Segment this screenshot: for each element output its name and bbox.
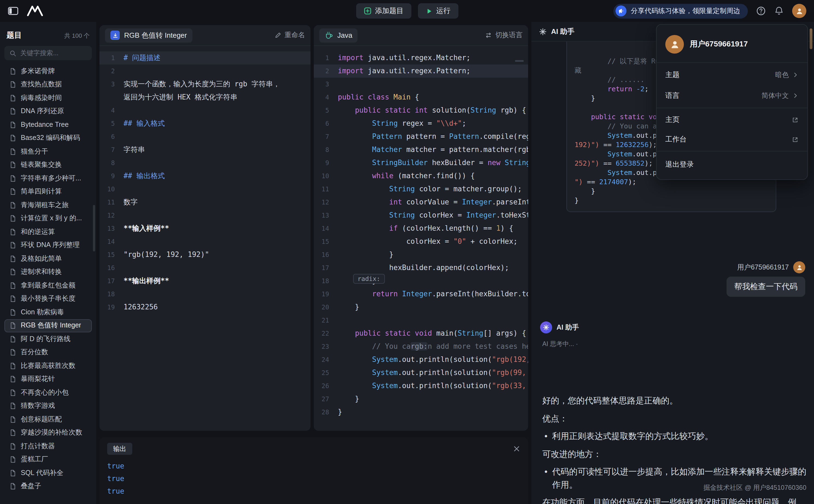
output-tab[interactable]: 输出 [107, 443, 132, 455]
sidebar-item[interactable]: 拿到最多红包金额 [4, 279, 92, 292]
sidebar-item[interactable]: 比赛最高获胜次数 [4, 359, 92, 373]
user-avatar-button[interactable] [792, 4, 806, 18]
person-icon [669, 39, 680, 49]
sidebar-scrollbar[interactable] [93, 205, 95, 251]
sidebar-item[interactable]: 叠盘子 [4, 480, 92, 493]
sidebar-item[interactable]: RGB 色值转 Integer [4, 319, 92, 332]
ai-response-paragraph: 在功能方面，目前的代码在处理一些特殊情况时可能会出现问题。例如，如果输入的字符串… [542, 496, 806, 504]
sidebar-item[interactable]: 穿越沙漠的补给次数 [4, 426, 92, 439]
code-line: 7 Pattern pattern = Pattern.compile(rege… [314, 130, 528, 143]
markdown-line: 8 [99, 156, 311, 169]
code-content[interactable]: 1import java.util.regex.Matcher;2import … [314, 46, 528, 424]
document-icon [9, 108, 16, 115]
output-line: true [107, 472, 520, 485]
code-line: 20 } [314, 301, 528, 314]
document-icon [9, 162, 16, 169]
editor-scrollbar[interactable] [515, 60, 524, 62]
switch-language-button[interactable]: 切换语言 [485, 31, 523, 40]
markdown-line: 17**输出样例** [99, 274, 311, 288]
panel-toggle-icon [8, 6, 19, 16]
sidebar-item[interactable]: 进制求和转换 [4, 265, 92, 279]
document-icon [9, 175, 16, 182]
sidebar-item[interactable]: 计算位置 x 到 y 的... [4, 212, 92, 225]
menu-item-home[interactable]: 主页 [657, 110, 807, 130]
sidebar-item[interactable]: 病毒感染时间 [4, 91, 92, 105]
document-icon [9, 68, 16, 75]
sidebar-item[interactable]: 打点计数器 [4, 439, 92, 453]
document-icon [9, 202, 16, 209]
sidebar-item[interactable]: 蛋糕工厂 [4, 453, 92, 466]
sidebar-item-label: 简单四则计算 [21, 187, 62, 197]
code-line: 12 int colorValue = Integer.parseInt(col… [314, 196, 528, 209]
sidebar-item[interactable]: 和的逆运算 [4, 225, 92, 239]
close-output-icon[interactable] [513, 445, 520, 453]
sidebar-item[interactable]: 简单四则计算 [4, 185, 92, 198]
markdown-line: 14 [99, 235, 311, 248]
search-box[interactable] [4, 46, 92, 60]
sidebar-title: 题目 [7, 31, 22, 40]
sidebar-item[interactable]: 阿 D 的飞行路线 [4, 332, 92, 346]
code-line: 18 } [314, 274, 528, 288]
topbar-right: 分享代码练习体验，领限量定制周边 [613, 4, 806, 18]
chat-user-row: 用户6759661917 [737, 261, 805, 273]
code-line: 1import java.util.regex.Matcher; [314, 51, 528, 65]
problem-title-pill: RGB 色值转 Integer [105, 28, 192, 42]
promo-banner[interactable]: 分享代码练习体验，领限量定制周边 [613, 4, 748, 18]
document-icon [9, 228, 16, 236]
sidebar-item[interactable]: 环状 DNA 序列整理 [4, 239, 92, 252]
ai-scrollbar[interactable] [810, 28, 812, 49]
sidebar-item-label: 阿 D 的飞行路线 [21, 335, 71, 344]
sidebar-item[interactable]: 大数和距离 [4, 493, 92, 495]
sidebar-item[interactable]: 链表聚集交换 [4, 158, 92, 172]
sidebar-item[interactable]: 青海湖租车之旅 [4, 198, 92, 212]
divider [657, 108, 807, 108]
menu-item-language[interactable]: 语言 简体中文 [657, 85, 807, 106]
sidebar-item[interactable]: DNA 序列还原 [4, 105, 92, 118]
promo-banner-text: 分享代码练习体验，领限量定制周边 [631, 6, 740, 16]
menu-item-theme[interactable]: 主题 暗色 [657, 65, 807, 85]
help-icon[interactable] [756, 6, 766, 16]
run-button[interactable]: 运行 [418, 3, 458, 19]
ai-response-paragraph: 好的，您的代码整体思路是正确的。 [542, 394, 806, 407]
sidebar-item[interactable]: 不再贪心的小包 [4, 386, 92, 399]
document-icon [9, 429, 16, 436]
java-icon [325, 31, 333, 39]
sidebar-item[interactable]: Bytedance Tree [4, 118, 92, 131]
sidebar-item-label: 及格如此简单 [21, 254, 62, 263]
menu-item-logout[interactable]: 退出登录 [657, 153, 807, 176]
menu-user-name: 用户6759661917 [690, 39, 748, 49]
add-square-icon [364, 7, 371, 15]
document-icon [9, 322, 16, 329]
code-line: 15 colorHex = "0" + colorHex; [314, 235, 528, 248]
search-input[interactable] [20, 49, 87, 57]
sidebar-item[interactable]: 字符串有多少种可... [4, 172, 92, 185]
bullet-dot: • [544, 430, 547, 443]
document-icon [9, 362, 16, 370]
sidebar-item[interactable]: 及格如此简单 [4, 252, 92, 265]
markdown-line: 4 [99, 104, 311, 117]
document-icon [9, 242, 16, 249]
sidebar-item[interactable]: 暴雨梨花针 [4, 373, 92, 386]
code-line: 27 } [314, 392, 528, 406]
sidebar-item[interactable]: 百分位数 [4, 346, 92, 359]
sidebar-item[interactable]: 猫鱼分干 [4, 145, 92, 158]
sidebar-item[interactable]: Cion 勒索病毒 [4, 306, 92, 319]
markdown-line: 18 [99, 288, 311, 301]
sidebar-item[interactable]: SQL 代码补全 [4, 466, 92, 480]
sidebar-item[interactable]: 创意标题匹配 [4, 413, 92, 426]
problem-panel: RGB 色值转 Integer 重命名 1# 问题描述23实现一个函数，输入为长… [99, 25, 311, 431]
problem-content[interactable]: 1# 问题描述23实现一个函数，输入为长度为三的 rgb 字符串，返回为十六进制… [99, 46, 311, 319]
markdown-line: 2 [99, 65, 311, 78]
user-message: 帮我检查一下代码 [727, 277, 805, 297]
sidebar-item[interactable]: Base32 编码和解码 [4, 131, 92, 145]
menu-item-workbench[interactable]: 工作台 [657, 130, 807, 149]
sidebar-item[interactable]: 最小替换子串长度 [4, 292, 92, 306]
rename-button[interactable]: 重命名 [274, 31, 305, 40]
sidebar-toggle-button[interactable] [8, 6, 19, 16]
sidebar-item[interactable]: 多米诺骨牌 [4, 65, 92, 78]
sidebar-item[interactable]: 猜数字游戏 [4, 399, 92, 413]
markdown-line: 13**输入样例** [99, 222, 311, 235]
add-problem-button[interactable]: 添加题目 [356, 3, 411, 19]
sidebar-item[interactable]: 查找热点数据 [4, 78, 92, 91]
bell-icon[interactable] [774, 6, 784, 16]
